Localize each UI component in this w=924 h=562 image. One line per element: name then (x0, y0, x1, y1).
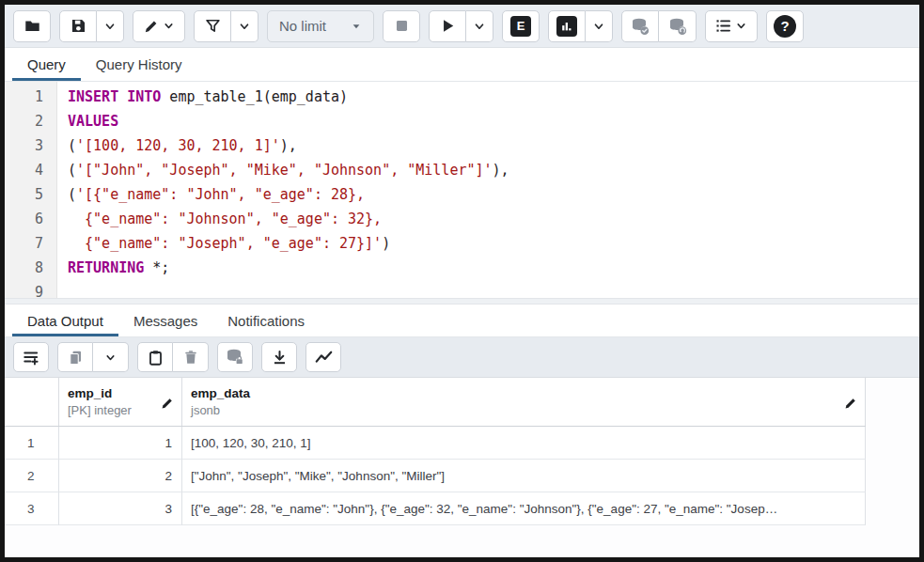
code-line[interactable]: 2VALUES (5, 109, 919, 133)
question-circle-icon: ? (774, 15, 796, 38)
database-lock-icon (226, 348, 244, 367)
emp-data-cell[interactable]: ["John", "Joseph", "Mike", "Johnson", "M… (182, 460, 866, 492)
commit-button[interactable] (621, 10, 659, 42)
code-text: INSERT INTO emp_table_1(emp_data) (56, 85, 348, 109)
edit-pencil-icon[interactable] (844, 397, 857, 413)
emp-data-cell[interactable]: [{"e_age": 28, "e_name": "John"}, {"e_ag… (182, 492, 866, 525)
explain-menu-button[interactable] (586, 10, 613, 42)
column-name: emp_data (191, 385, 856, 402)
copy-icon (68, 350, 84, 366)
chevron-down-icon (103, 20, 117, 33)
pencil-icon (144, 19, 159, 34)
row-number-cell[interactable]: 3 (5, 492, 59, 525)
graph-icon (315, 349, 333, 367)
chevron-down-icon (735, 20, 747, 32)
line-number: 5 (5, 182, 56, 207)
line-number: 7 (5, 231, 56, 256)
row-limit-dropdown[interactable]: No limit (267, 10, 374, 42)
emp-id-cell[interactable]: 3 (59, 492, 182, 525)
execute-menu-button[interactable] (466, 10, 493, 42)
play-icon (440, 18, 456, 34)
emp-id-cell[interactable]: 1 (59, 427, 182, 460)
code-text: ('[{"e_name": "John", "e_age": 28}, (56, 182, 365, 207)
rollback-button[interactable] (659, 10, 697, 42)
filter-menu-button[interactable] (231, 10, 258, 42)
table-row: 33[{"e_age": 28, "e_name": "John"}, {"e_… (5, 492, 866, 525)
execute-button[interactable] (429, 10, 466, 42)
help-button[interactable]: ? (766, 10, 804, 42)
column-type: jsonb (191, 402, 856, 418)
code-line[interactable]: 9 (5, 280, 919, 298)
explain-analyze-button[interactable] (548, 10, 586, 42)
emp-id-cell[interactable]: 2 (59, 460, 182, 492)
row-limit-value: No limit (279, 18, 326, 34)
open-file-button[interactable] (13, 10, 51, 42)
edit-pencil-icon[interactable] (161, 397, 174, 413)
code-line[interactable]: 3('[100, 120, 30, 210, 1]'), (5, 133, 919, 158)
chevron-down-icon (238, 20, 251, 33)
filter-button[interactable] (194, 10, 231, 42)
editor-tabbar: Query Query History (5, 48, 919, 82)
code-line[interactable]: 6 {"e_name": "Johnson", "e_age": 32}, (5, 207, 919, 231)
explain-badge-icon: E (510, 16, 531, 37)
tab-query[interactable]: Query (12, 48, 81, 81)
code-line[interactable]: 1INSERT INTO emp_table_1(emp_data) (5, 85, 919, 109)
stop-button[interactable] (383, 10, 420, 42)
code-line[interactable]: 7 {"e_name": "Joseph", "e_age": 27}]') (5, 231, 919, 256)
code-text: RETURNING *; (56, 256, 169, 280)
add-row-button[interactable] (13, 342, 49, 372)
data-output-grid: emp_id [PK] integer emp_data jsonb 11[10… (5, 378, 919, 557)
save-button[interactable] (59, 10, 97, 42)
download-button[interactable] (261, 342, 297, 372)
line-number: 3 (5, 133, 56, 158)
code-text: {"e_name": "Joseph", "e_age": 27}]') (56, 231, 390, 256)
code-line[interactable]: 8RETURNING *; (5, 256, 919, 280)
explain-button[interactable]: E (502, 10, 540, 42)
emp-data-cell[interactable]: [100, 120, 30, 210, 1] (182, 427, 866, 460)
database-rollback-icon (668, 17, 687, 36)
edit-button[interactable] (133, 10, 185, 42)
paste-button[interactable] (137, 342, 173, 372)
stop-square-icon (394, 18, 410, 34)
results-toolbar (5, 337, 919, 378)
column-header-emp-id[interactable]: emp_id [PK] integer (59, 378, 182, 426)
line-number: 6 (5, 207, 56, 231)
macros-button[interactable] (705, 10, 758, 42)
chevron-down-icon (104, 351, 117, 364)
funnel-icon (205, 18, 221, 34)
database-check-icon (631, 17, 650, 36)
code-text (56, 280, 68, 298)
code-text: {"e_name": "Johnson", "e_age": 32}, (56, 207, 382, 231)
grid-corner-cell[interactable] (5, 378, 59, 426)
tab-data-output[interactable]: Data Output (12, 304, 118, 336)
sql-editor[interactable]: 1INSERT INTO emp_table_1(emp_data)2VALUE… (5, 82, 919, 298)
output-tabbar: Data Output Messages Notifications (5, 304, 919, 337)
row-number-cell[interactable]: 1 (5, 427, 59, 460)
code-text: ('["John", "Joseph", "Mike", "Johnson", … (56, 158, 509, 182)
download-icon (272, 350, 288, 366)
column-name: emp_id (68, 385, 173, 402)
clipboard-icon (148, 350, 164, 366)
tab-messages[interactable]: Messages (118, 304, 212, 336)
save-data-changes-button[interactable] (217, 342, 253, 372)
line-number: 8 (5, 256, 56, 280)
tab-notifications[interactable]: Notifications (212, 304, 320, 336)
code-line[interactable]: 5('[{"e_name": "John", "e_age": 28}, (5, 182, 919, 207)
copy-menu-button[interactable] (93, 342, 129, 372)
code-lines: 1INSERT INTO emp_table_1(emp_data)2VALUE… (5, 85, 919, 298)
column-type: [PK] integer (68, 402, 173, 418)
table-row: 22["John", "Joseph", "Mike", "Johnson", … (5, 460, 866, 492)
code-line[interactable]: 4('["John", "Joseph", "Mike", "Johnson",… (5, 158, 919, 182)
copy-button[interactable] (57, 342, 93, 372)
delete-row-button[interactable] (173, 342, 209, 372)
tab-query-history[interactable]: Query History (81, 48, 197, 81)
line-number: 1 (5, 85, 56, 109)
grid-header: emp_id [PK] integer emp_data jsonb (5, 378, 866, 427)
column-header-emp-data[interactable]: emp_data jsonb (182, 378, 866, 426)
line-number: 2 (5, 109, 56, 133)
row-number-cell[interactable]: 2 (5, 460, 59, 492)
line-number: 4 (5, 158, 56, 182)
panel-splitter[interactable] (5, 298, 919, 304)
save-menu-button[interactable] (97, 10, 124, 42)
graph-visualiser-button[interactable] (305, 342, 341, 372)
